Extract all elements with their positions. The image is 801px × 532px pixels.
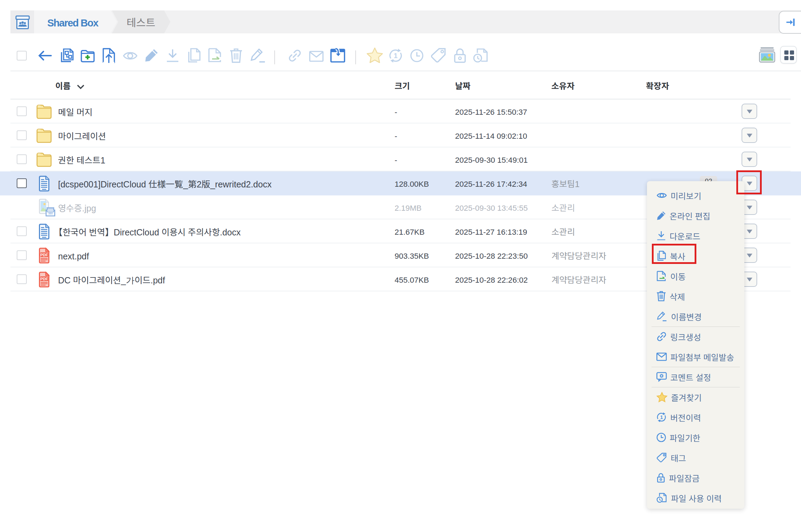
- svg-text:PDF: PDF: [40, 277, 48, 281]
- svg-text:1: 1: [660, 414, 663, 420]
- svg-text:1: 1: [394, 52, 397, 59]
- svg-text:PDF: PDF: [40, 253, 48, 257]
